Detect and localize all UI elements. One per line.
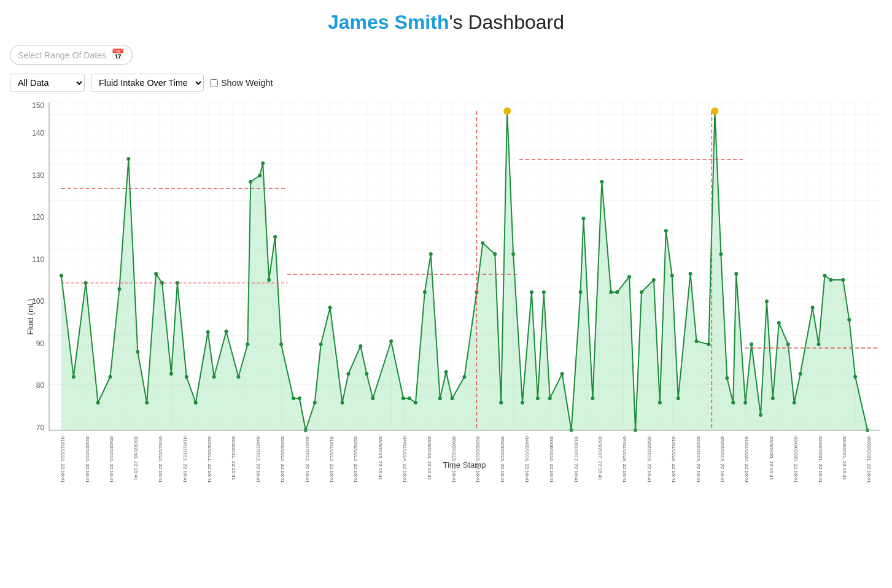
svg-point-30 xyxy=(319,342,323,346)
svg-point-42 xyxy=(429,252,433,256)
date-range-picker[interactable]: Select Range Of Dates 📅 xyxy=(10,45,133,65)
date-range-placeholder: Select Range Of Dates xyxy=(18,50,106,60)
svg-point-68 xyxy=(640,290,643,294)
y-tick-110: 110 xyxy=(32,255,44,264)
svg-point-54 xyxy=(530,290,533,294)
data-range-select[interactable]: All Data Last 7 Days Last 30 Days Last Y… xyxy=(10,74,85,92)
svg-text:02/02/2021, 22:16:41: 02/02/2021, 22:16:41 xyxy=(818,436,823,483)
svg-text:01/01/2017, 22:16:41: 01/01/2017, 22:16:41 xyxy=(573,436,579,483)
chart-type-select[interactable]: Fluid Intake Over Time Weight Over Time … xyxy=(91,74,204,92)
svg-point-86 xyxy=(771,397,775,400)
svg-point-55 xyxy=(536,397,540,400)
svg-point-9 xyxy=(154,272,158,276)
svg-text:04/01/2012, 22:16:41: 04/01/2012, 22:16:41 xyxy=(255,436,261,483)
svg-text:04/02/2016, 22:16:41: 04/02/2016, 22:16:41 xyxy=(524,436,530,483)
svg-point-24 xyxy=(273,235,277,239)
calendar-icon: 📅 xyxy=(111,48,125,61)
svg-point-81 xyxy=(734,272,738,276)
svg-point-89 xyxy=(793,401,796,404)
svg-point-57 xyxy=(548,397,552,400)
svg-point-94 xyxy=(829,278,832,282)
y-axis-label: Fluid (mL) xyxy=(26,298,35,335)
svg-point-11 xyxy=(169,372,173,376)
svg-point-35 xyxy=(365,372,368,376)
svg-point-62 xyxy=(591,397,594,400)
svg-text:05/02/2018, 22:16:41: 05/02/2018, 22:16:41 xyxy=(646,436,652,483)
svg-point-18 xyxy=(236,375,240,379)
svg-point-33 xyxy=(346,372,350,376)
svg-point-38 xyxy=(401,397,405,400)
svg-point-6 xyxy=(126,157,130,161)
svg-text:05/02/2010, 22:16:41: 05/02/2010, 22:16:41 xyxy=(109,436,114,483)
svg-point-32 xyxy=(341,401,344,404)
page-title: James Smith's Dashboard xyxy=(0,0,892,40)
y-tick-150: 150 xyxy=(32,101,44,110)
svg-text:01/01/2020, 22:16:41: 01/01/2020, 22:16:41 xyxy=(744,436,750,483)
svg-point-82 xyxy=(743,401,747,404)
svg-point-93 xyxy=(823,274,826,277)
svg-point-45 xyxy=(451,397,454,400)
svg-point-50 xyxy=(499,401,503,404)
svg-point-43 xyxy=(438,397,442,400)
svg-point-7 xyxy=(136,350,139,354)
svg-point-0 xyxy=(60,274,63,277)
svg-point-17 xyxy=(225,330,228,333)
svg-text:02/02/2010, 22:16:41: 02/02/2010, 22:16:41 xyxy=(85,436,90,483)
svg-point-36 xyxy=(371,397,374,400)
svg-text:03/3/2021, 22:16:41: 03/3/2021, 22:16:41 xyxy=(842,436,847,481)
svg-point-74 xyxy=(689,272,692,276)
svg-text:04/01/2010, 22:16:41: 04/01/2010, 22:16:41 xyxy=(158,436,163,483)
svg-point-14 xyxy=(194,401,198,404)
svg-point-39 xyxy=(408,397,411,400)
svg-point-71 xyxy=(664,229,668,233)
y-tick-130: 130 xyxy=(32,171,44,180)
svg-point-20 xyxy=(249,180,252,184)
svg-point-16 xyxy=(212,375,216,379)
svg-point-87 xyxy=(777,321,781,325)
svg-text:03/3/2010, 22:16:41: 03/3/2010, 22:16:41 xyxy=(133,436,139,481)
svg-text:03/04/2020, 22:16:41: 03/04/2020, 22:16:41 xyxy=(793,436,799,483)
svg-point-40 xyxy=(414,401,417,404)
svg-point-92 xyxy=(817,342,821,346)
svg-point-53 xyxy=(521,401,524,404)
y-tick-70: 70 xyxy=(36,424,45,432)
svg-text:03/3/2013, 22:16:41: 03/3/2013, 22:16:41 xyxy=(378,436,383,481)
svg-point-21 xyxy=(258,174,262,177)
svg-point-48 xyxy=(481,241,484,245)
svg-text:01/01/2010, 22:16:41: 01/01/2010, 22:16:41 xyxy=(60,436,66,483)
svg-point-19 xyxy=(246,342,249,346)
svg-point-29 xyxy=(313,401,317,404)
main-chart: 70 80 90 100 110 120 130 140 150 xyxy=(49,102,880,458)
show-weight-label[interactable]: Show Weight xyxy=(210,78,273,88)
svg-text:01/01/2011, 22:16:41: 01/01/2011, 22:16:41 xyxy=(182,436,188,483)
svg-point-96 xyxy=(847,318,851,322)
svg-point-4 xyxy=(109,375,112,379)
chart-container: Fluid (mL) 70 80 90 100 110 120 130 140 … xyxy=(12,102,880,531)
y-tick-80: 80 xyxy=(36,381,45,390)
show-weight-checkbox[interactable] xyxy=(210,79,218,87)
svg-text:01/01/2013, 22:16:41: 01/01/2013, 22:16:41 xyxy=(329,436,335,483)
svg-text:02/02/2011, 22:16:41: 02/02/2011, 22:16:41 xyxy=(207,436,212,483)
svg-point-60 xyxy=(579,290,583,294)
svg-text:05/03/2015, 22:16:41: 05/03/2015, 22:16:41 xyxy=(500,436,505,483)
svg-point-49 xyxy=(493,252,497,256)
svg-text:03/06/2016, 22:16:41: 03/06/2016, 22:16:41 xyxy=(549,436,554,483)
svg-text:03/3/2014, 22:16:41: 03/3/2014, 22:16:41 xyxy=(427,436,432,481)
svg-point-15 xyxy=(206,330,210,334)
svg-text:05/03/2019, 22:16:41: 05/03/2019, 22:16:41 xyxy=(719,436,725,483)
svg-text:03/3/2017, 22:16:41: 03/3/2017, 22:16:41 xyxy=(597,436,603,481)
svg-point-75 xyxy=(695,339,699,343)
svg-point-56 xyxy=(542,290,546,294)
svg-point-44 xyxy=(444,370,448,374)
svg-point-76 xyxy=(707,342,710,346)
svg-point-27 xyxy=(298,397,301,400)
svg-text:02/02/2013, 22:16:41: 02/02/2013, 22:16:41 xyxy=(353,436,359,483)
svg-point-26 xyxy=(292,397,295,400)
svg-text:03/3/2011, 22:16:41: 03/3/2011, 22:16:41 xyxy=(231,436,236,481)
svg-point-80 xyxy=(731,401,735,404)
svg-text:03/3/2020, 22:16:41: 03/3/2020, 22:16:41 xyxy=(769,436,774,481)
svg-point-64 xyxy=(609,290,613,294)
max-dot-1 xyxy=(503,107,511,115)
svg-point-88 xyxy=(786,342,790,346)
y-tick-140: 140 xyxy=(32,129,44,137)
